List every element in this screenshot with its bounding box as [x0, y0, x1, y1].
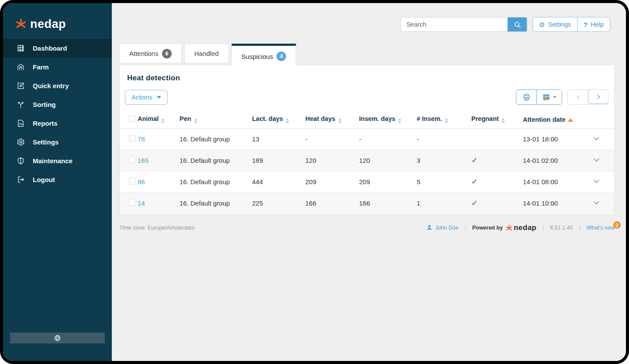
row-checkbox[interactable] — [129, 199, 136, 206]
tab-handled[interactable]: Handled — [184, 44, 229, 63]
column-header-num-insem[interactable]: # Insem. — [415, 111, 470, 128]
sidebar-item-dashboard[interactable]: Dashboard — [3, 39, 112, 58]
shield-icon — [16, 157, 25, 165]
app-window: nedap Dashboard Farm Quick entry — [0, 0, 629, 364]
topbar: ⚙ Settings ? Help — [401, 17, 610, 32]
sort-icon — [501, 118, 505, 124]
sort-icon — [338, 118, 342, 124]
column-header-lact-days[interactable]: Lact. days — [250, 111, 304, 128]
column-header-pen[interactable]: Pen — [178, 111, 250, 128]
question-icon: ? — [584, 21, 588, 28]
sidebar-item-maintenance[interactable]: Maintenance — [3, 151, 112, 170]
sidebar-item-settings[interactable]: Settings — [3, 133, 112, 151]
animal-link[interactable]: 165 — [138, 157, 149, 164]
person-icon — [426, 224, 432, 232]
sidebar-item-logout[interactable]: Logout — [3, 170, 112, 189]
tab-attentions[interactable]: Attentions 6 — [119, 44, 182, 63]
insem-days-cell: 166 — [357, 192, 415, 214]
document-chart-icon — [16, 119, 25, 128]
attention-date-cell: 14-01 10:00 — [521, 192, 591, 214]
sidebar-item-reports[interactable]: Reports — [3, 114, 112, 133]
version-label: 6.51.1.40 — [550, 225, 573, 231]
header-button-group: ⚙ Settings ? Help — [532, 17, 610, 32]
column-header-heat-days[interactable]: Heat days — [304, 111, 357, 128]
whats-new-link[interactable]: What's new 2 — [587, 225, 615, 231]
pen-cell: 16. Default group — [178, 150, 250, 171]
actions-button-label: Actions — [131, 94, 152, 101]
language-selector[interactable] — [10, 333, 105, 343]
help-button-label: Help — [591, 21, 604, 28]
animal-link[interactable]: 78 — [138, 135, 145, 143]
row-checkbox[interactable] — [129, 135, 136, 142]
attention-date-cell: 14-01 02:00 — [521, 150, 591, 171]
tab-badge: 6 — [162, 49, 172, 58]
sort-icon — [398, 118, 401, 124]
pen-cell: 16. Default group — [178, 192, 250, 214]
help-button[interactable]: ? Help — [577, 17, 610, 31]
fork-arrows-icon — [16, 100, 25, 109]
export-table-button[interactable] — [536, 90, 562, 104]
next-page-button[interactable] — [588, 89, 608, 104]
sidebar-item-quick-entry[interactable]: Quick entry — [3, 76, 112, 95]
column-header-pregnant[interactable]: Pregnant — [470, 111, 521, 128]
table-row: 86 16. Default group 444 209 209 5 ✓ 14-… — [120, 171, 614, 192]
nedap-footer-logo: nedap — [506, 223, 536, 232]
lact-days-cell: 444 — [250, 171, 304, 192]
column-header-insem-days[interactable]: Insem. days — [357, 111, 415, 128]
sort-icon — [286, 118, 289, 124]
column-header-attention-date[interactable]: Attention date — [521, 111, 591, 128]
pen-cell: 16. Default group — [178, 171, 250, 192]
tab-label: Handled — [194, 50, 219, 57]
sort-icon — [194, 118, 197, 124]
user-menu[interactable]: John Doe — [426, 224, 459, 232]
animal-link[interactable]: 14 — [138, 199, 145, 207]
settings-button[interactable]: ⚙ Settings — [533, 17, 577, 31]
toolbar: Actions — [120, 82, 614, 111]
timezone-label: Time zone: Europe/Amsterdam — [119, 225, 195, 231]
footer: Time zone: Europe/Amsterdam John Doe | P… — [119, 223, 615, 232]
attentions-table: Animal Pen Lact. days Heat days Insem. d… — [120, 111, 614, 214]
chevron-left-icon — [575, 94, 581, 100]
print-button[interactable] — [516, 90, 536, 104]
row-expand-chevron-icon[interactable] — [593, 200, 600, 208]
nedap-logo: nedap — [3, 3, 112, 32]
row-checkbox[interactable] — [129, 178, 136, 185]
sidebar-item-label: Settings — [33, 138, 59, 146]
previous-page-button[interactable] — [568, 90, 588, 104]
select-all-checkbox[interactable] — [129, 115, 136, 122]
brand-name: nedap — [514, 223, 536, 232]
sort-icon — [445, 118, 448, 124]
table-row: 165 16. Default group 189 120 120 3 ✓ 14… — [120, 150, 614, 171]
pagination-group — [567, 89, 608, 105]
column-header-animal[interactable]: Animal — [136, 111, 178, 128]
tab-suspicious[interactable]: Suspicious 4 — [232, 44, 297, 67]
sidebar-item-label: Maintenance — [33, 157, 73, 165]
user-name: John Doe — [435, 225, 459, 231]
pencil-square-icon — [16, 82, 25, 90]
logout-icon — [16, 175, 25, 184]
sidebar-item-label: Logout — [33, 176, 55, 183]
sidebar-item-label: Quick entry — [33, 82, 69, 89]
sidebar-item-sorting[interactable]: Sorting — [3, 95, 112, 114]
row-expand-chevron-icon[interactable] — [593, 179, 600, 186]
heat-days-cell: 209 — [304, 171, 357, 192]
heat-days-cell: - — [304, 128, 357, 150]
attention-date-cell: 14-01 08:00 — [521, 171, 591, 192]
search-button[interactable] — [508, 17, 527, 31]
barn-icon — [16, 63, 25, 72]
tab-label: Suspicious — [242, 53, 273, 60]
search-input[interactable] — [401, 17, 508, 31]
row-checkbox[interactable] — [129, 156, 136, 163]
sidebar-item-farm[interactable]: Farm — [3, 58, 112, 76]
insem-days-cell: - — [357, 128, 415, 150]
heat-days-cell: 166 — [304, 192, 357, 214]
row-expand-chevron-icon[interactable] — [593, 158, 600, 165]
lact-days-cell: 13 — [250, 128, 304, 150]
actions-dropdown-button[interactable]: Actions — [125, 90, 168, 105]
table-export-icon — [542, 93, 550, 101]
panel-title: Heat detection — [120, 65, 614, 82]
row-expand-chevron-icon[interactable] — [593, 136, 600, 144]
table-row: 78 16. Default group 13 - - - ✓ 13-01 18… — [120, 128, 614, 150]
animal-link[interactable]: 86 — [138, 178, 145, 185]
tab-label: Attentions — [129, 50, 159, 57]
